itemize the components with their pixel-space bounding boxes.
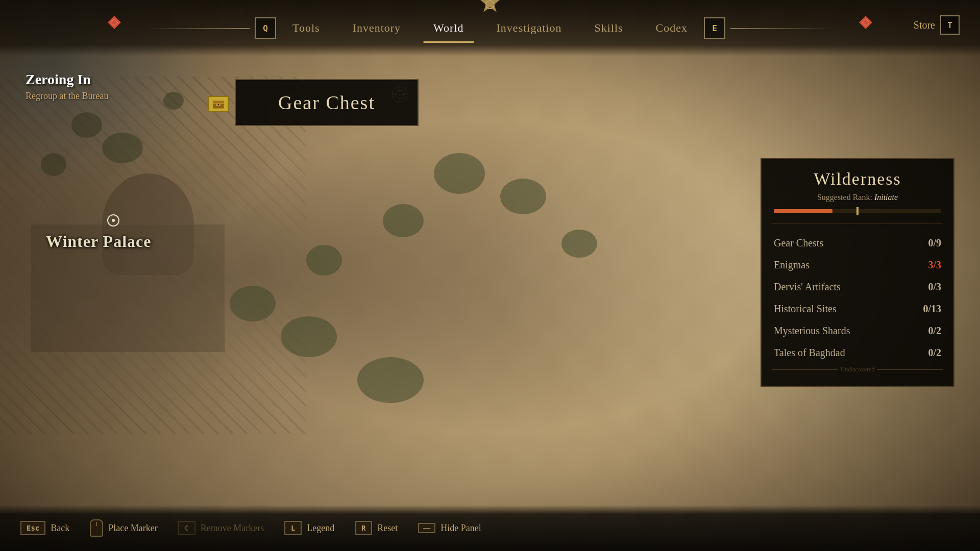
tab-skills[interactable]: Skills [578,17,639,39]
rank-fill [774,209,832,213]
quest-subtitle: Regroup at the Bureau [26,91,108,102]
vegetation [561,230,597,258]
wilderness-item-shards: Mysterious Shards 0/2 [762,320,953,342]
hide-panel-key-icon: — [418,523,435,533]
vegetation [434,153,485,194]
vegetation [41,153,66,176]
wilderness-item-enigmas: Enigmas 3/3 [762,254,953,276]
shards-count: 0/2 [928,325,941,337]
vegetation [230,286,276,321]
target-dot [112,219,115,222]
nav-diamond-right-icon [858,15,873,34]
nav-tabs: Tools Inventory World Investigation Skil… [276,17,704,39]
enigmas-label: Enigmas [774,259,810,271]
gear-chest-tooltip: Gear Chest [235,79,419,126]
wilderness-item-artifacts: Dervis' Artifacts 0/3 [762,276,953,298]
wilderness-item-historical: Historical Sites 0/13 [762,298,953,320]
tales-count: 0/2 [928,347,941,359]
svg-point-9 [218,104,219,106]
vegetation [71,112,102,138]
gear-chests-label: Gear Chests [774,237,823,249]
wilderness-item-gear-chests: Gear Chests 0/9 [762,232,953,254]
hide-panel-label: Hide Panel [440,523,481,534]
wilderness-item-tales: Tales of Baghdad 0/2 [762,342,953,364]
bottom-action-bar: Esc Back Place Marker C Remove Markers L… [0,505,980,551]
rank-marker [856,207,859,215]
chest-map-marker[interactable] [208,96,229,112]
winter-palace-label: Winter Palace [46,232,151,251]
enigmas-count: 3/3 [928,259,941,271]
artifacts-count: 0/3 [928,281,941,293]
legend-label: Legend [307,523,334,534]
nav-left-key[interactable]: Q [255,17,276,39]
rank-label: Suggested Rank: [817,193,872,202]
tab-world[interactable]: World [417,17,480,39]
vegetation [102,133,143,163]
gear-chests-count: 0/9 [928,237,941,249]
undiscovered-label: Undiscovered [841,366,875,373]
vegetation [383,204,424,237]
rank-name: Initiate [874,193,898,202]
store-label: Store [914,19,935,31]
gear-chest-title: Gear Chest [261,91,392,114]
rank-progress-bar [774,209,941,213]
wilderness-title: Wilderness [762,159,953,193]
vegetation [357,357,424,403]
store-section: Store T [914,15,960,35]
historical-label: Historical Sites [774,303,837,315]
svg-rect-7 [213,101,224,104]
hide-panel-action[interactable]: — Hide Panel [418,523,481,534]
svg-marker-4 [859,16,872,29]
tales-label: Tales of Baghdad [774,347,845,359]
wilderness-panel: Wilderness Suggested Rank: Initiate Gear… [761,158,954,387]
legend-key-icon: L [284,521,302,535]
nav-line-right [730,28,832,29]
nav-diamond-left-icon [107,15,122,34]
place-marker-label: Place Marker [108,523,157,534]
wilderness-rank: Suggested Rank: Initiate [762,193,953,202]
mouse-icon [90,519,103,537]
vegetation [306,245,342,276]
nav-right-key[interactable]: E [704,17,725,39]
reset-action[interactable]: R Reset [355,521,398,535]
back-key-icon: Esc [20,521,45,535]
vegetation [163,92,184,110]
store-key-button[interactable]: T [940,15,960,35]
tooltip-ornament-icon [389,84,410,108]
legend-action[interactable]: L Legend [284,521,334,535]
artifacts-label: Dervis' Artifacts [774,281,841,293]
place-marker-action[interactable]: Place Marker [90,519,157,537]
reset-key-icon: R [355,521,372,535]
tab-investigation[interactable]: Investigation [480,17,578,39]
reset-label: Reset [377,523,398,534]
remove-markers-key-icon: C [178,521,195,535]
svg-marker-0 [480,0,500,12]
remove-markers-label: Remove Markers [201,523,264,534]
target-circle [107,214,119,227]
back-label: Back [51,523,69,534]
undiscovered-divider: Undiscovered [772,366,943,373]
vegetation [281,316,337,357]
tab-inventory[interactable]: Inventory [336,17,418,39]
svg-marker-2 [108,16,121,29]
back-action[interactable]: Esc Back [20,521,69,535]
historical-count: 0/13 [923,303,941,315]
nav-content: Q Tools Inventory World Investigation Sk… [255,17,725,39]
divider-top [772,223,943,224]
shards-label: Mysterious Shards [774,325,850,337]
quest-info: Zeroing In Regroup at the Bureau [26,71,108,102]
remove-markers-action[interactable]: C Remove Markers [178,521,264,535]
navigation-bar: Q Tools Inventory World Investigation Sk… [0,0,980,56]
quest-title: Zeroing In [26,71,108,88]
tab-tools[interactable]: Tools [276,17,336,39]
tab-codex[interactable]: Codex [640,17,704,39]
nav-line-left [148,28,250,29]
vegetation [500,179,546,214]
